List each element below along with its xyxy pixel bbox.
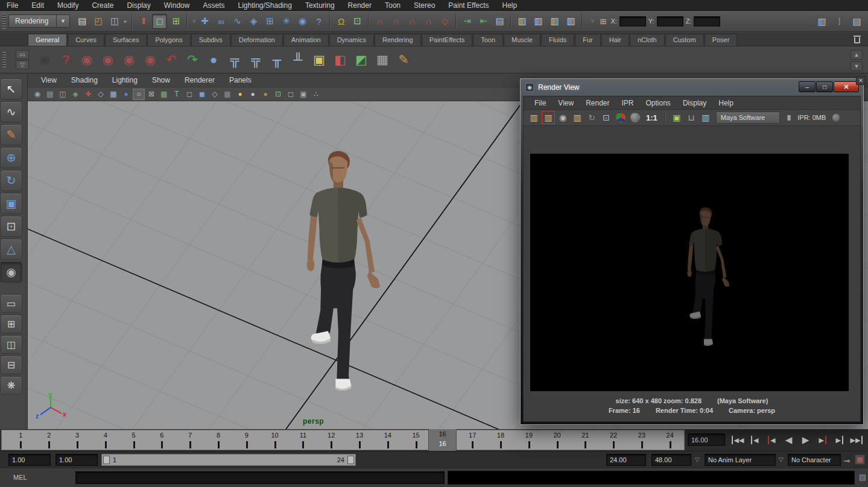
timeline-frame[interactable]: 21: [571, 430, 600, 450]
trash-icon[interactable]: [851, 34, 863, 45]
timeline-frame[interactable]: 4: [91, 430, 119, 450]
remove-image-icon[interactable]: ⊔: [685, 111, 698, 124]
timeline-frame[interactable]: 20: [543, 430, 571, 450]
timeline-frame[interactable]: 3: [63, 430, 92, 450]
select-region-icon[interactable]: ⊡: [272, 89, 284, 100]
rotate-tool-icon[interactable]: ↻: [0, 170, 22, 191]
render-view-menu-item[interactable]: IPR: [616, 99, 640, 107]
move-tool-icon[interactable]: ⊕: [0, 147, 22, 168]
create-camera-icon[interactable]: ◉: [77, 50, 97, 70]
mel-label[interactable]: MEL: [13, 474, 27, 481]
menu-item[interactable]: Modify: [51, 0, 85, 11]
select-tool-icon[interactable]: ↖: [0, 78, 22, 99]
panel-menu-item[interactable]: View: [34, 76, 64, 84]
snap-to-view-plane-icon[interactable]: ◇: [437, 14, 452, 29]
range-slider[interactable]: 1 24: [101, 454, 356, 466]
menu-item[interactable]: Texturing: [299, 0, 341, 11]
render-current-frame-icon[interactable]: ▥: [542, 111, 555, 124]
step-forward-key-button[interactable]: ▶: [815, 432, 831, 448]
node-single-icon[interactable]: ╨: [288, 50, 308, 70]
mel-result-field[interactable]: [448, 471, 855, 485]
region-render-icon[interactable]: ⊡: [600, 111, 613, 124]
zoom-ratio-label[interactable]: 1:1: [643, 113, 661, 122]
timeline-frame[interactable]: 19: [515, 430, 543, 450]
timeline-frame[interactable]: 8: [204, 430, 233, 450]
menu-item[interactable]: Window: [157, 0, 197, 11]
shading-network-node-icon[interactable]: ╦: [246, 50, 265, 70]
last-tool-icon[interactable]: ◉: [0, 262, 22, 283]
undo-icon[interactable]: ↶: [162, 50, 181, 70]
panel-menu-item[interactable]: Renderer: [177, 76, 222, 84]
shelf-tab[interactable]: Custom: [665, 34, 704, 46]
save-scene-icon[interactable]: ◫: [107, 14, 122, 29]
drag-handle[interactable]: [2, 13, 6, 29]
shelf-tab[interactable]: Surfaces: [105, 34, 147, 46]
shelf-tab[interactable]: Poser: [705, 34, 738, 46]
shelf-tab[interactable]: Fluids: [541, 34, 574, 46]
snap-to-point-icon[interactable]: ∩: [405, 14, 420, 29]
chevron-down-icon[interactable]: ▿: [589, 18, 596, 24]
panel-menu-item[interactable]: Lighting: [105, 76, 145, 84]
mask-surfaces-icon[interactable]: ◈: [246, 14, 261, 29]
timeline-frame[interactable]: 14: [373, 430, 402, 450]
timeline-frame[interactable]: 5: [119, 430, 148, 450]
frame-ruler[interactable]: 123456789101112131415161718192021222324: [1, 430, 685, 450]
universal-manipulator-icon[interactable]: ⊡: [0, 216, 22, 237]
animation-end-input[interactable]: [651, 454, 691, 466]
scroll-up-icon[interactable]: ▲: [851, 50, 863, 60]
set-key-icon[interactable]: ⊸: [843, 456, 850, 465]
range-end-handle[interactable]: [347, 456, 354, 464]
chevron-down-icon[interactable]: ▿: [191, 18, 197, 24]
attribute-editor-toggle-icon[interactable]: ▤: [849, 14, 864, 29]
render-view-titlebar[interactable]: ◉ Render View – □ ✕: [521, 79, 863, 96]
scroll-down-icon[interactable]: ▼: [851, 61, 863, 71]
select-camera-icon[interactable]: ◉: [31, 89, 43, 100]
channel-box-toggle-icon[interactable]: ▥: [814, 14, 829, 29]
shelf-tab[interactable]: PaintEffects: [422, 34, 473, 46]
mask-deformations-icon[interactable]: ⊞: [262, 14, 277, 29]
mel-command-input[interactable]: [75, 471, 445, 484]
timeline-playhead[interactable]: 16 16: [428, 429, 457, 451]
menu-set-selector[interactable]: Rendering ▼: [8, 14, 70, 28]
select-gray-cube-icon[interactable]: ▦: [373, 50, 392, 70]
xray-joints-icon[interactable]: ◼: [196, 89, 208, 100]
menu-item[interactable]: Render: [341, 0, 378, 11]
hypershade-persp-layout-icon[interactable]: ❋: [0, 376, 22, 395]
go-to-start-button[interactable]: ◀◀: [730, 432, 746, 448]
shadows-icon[interactable]: ⊠: [145, 89, 157, 100]
wireframe-icon[interactable]: ◇: [95, 89, 107, 100]
mask-handles-icon[interactable]: ✚: [197, 14, 212, 29]
menu-item[interactable]: Paint Effects: [442, 0, 495, 11]
soft-modification-icon[interactable]: △: [0, 239, 22, 260]
render-settings-icon[interactable]: ▥: [563, 14, 578, 29]
key-light-icon[interactable]: ●: [234, 89, 246, 100]
xray-icon[interactable]: ◻: [183, 89, 195, 100]
current-time-input[interactable]: [688, 433, 725, 446]
shelf-tab[interactable]: Hair: [601, 34, 629, 46]
playback-end-input[interactable]: [606, 454, 646, 466]
open-render-view-icon[interactable]: ▥: [515, 14, 530, 29]
window-panel-icon[interactable]: ▣: [309, 50, 329, 70]
alpha-channel-icon[interactable]: ●: [630, 113, 640, 122]
redo-previous-render-icon[interactable]: ▥: [527, 111, 540, 124]
help-icon[interactable]: ?: [56, 50, 75, 70]
rgb-channels-icon[interactable]: ●: [616, 113, 626, 122]
menu-item[interactable]: Assets: [196, 0, 231, 11]
snapshot-view-icon[interactable]: ◻: [285, 89, 297, 100]
screen-space-ao-icon[interactable]: ▩: [158, 89, 170, 100]
render-view-menu-item[interactable]: Display: [677, 99, 712, 107]
script-editor-icon[interactable]: ▤: [859, 473, 866, 482]
menu-item[interactable]: Lighting/Shading: [231, 0, 298, 11]
timeline-frame[interactable]: 1: [7, 430, 35, 450]
refresh-ipr-icon[interactable]: ↻: [585, 111, 598, 124]
select-component-icon[interactable]: ⊞: [168, 14, 183, 29]
animation-preferences-icon[interactable]: ▦: [855, 454, 865, 465]
shelf-tab[interactable]: Deformation: [231, 34, 283, 46]
menu-item[interactable]: Toon: [378, 0, 407, 11]
ipr-render-icon[interactable]: ▥: [571, 111, 584, 124]
mask-joints-icon[interactable]: ∞: [214, 14, 229, 29]
menu-item[interactable]: File: [0, 0, 25, 11]
menu-item[interactable]: Create: [85, 0, 120, 11]
render-view-window[interactable]: ◉ Render View – □ ✕ FileViewRenderIPROpt…: [520, 78, 864, 425]
menu-item[interactable]: Display: [120, 0, 157, 11]
